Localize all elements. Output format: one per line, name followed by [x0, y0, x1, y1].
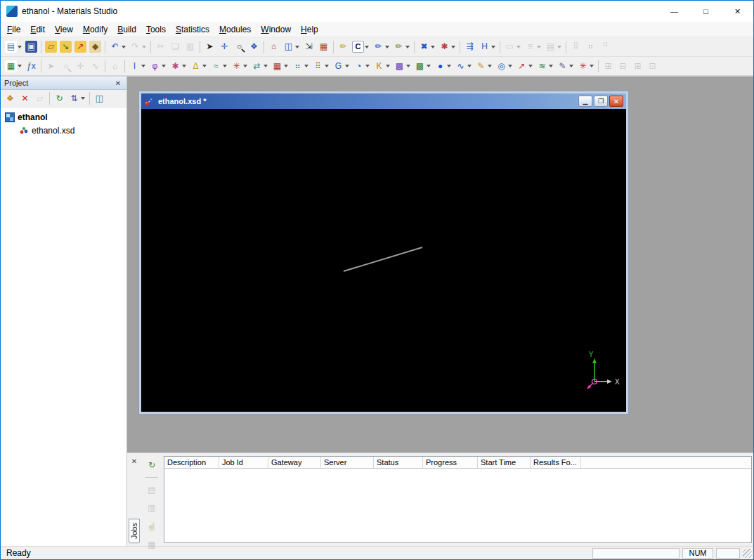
- wave-module-button[interactable]: ∿: [453, 58, 474, 74]
- color-cluster-module-button[interactable]: ⠿: [311, 58, 331, 74]
- label-button[interactable]: ▭: [502, 39, 523, 56]
- col-description[interactable]: Description: [164, 457, 219, 468]
- undo-button[interactable]: ↶: [108, 39, 128, 56]
- col-status[interactable]: Status: [374, 457, 423, 468]
- menu-build[interactable]: Build: [112, 22, 141, 37]
- red-table-module-button[interactable]: ▦: [270, 58, 290, 74]
- open-button[interactable]: ▱: [44, 39, 58, 56]
- dropdown-arrow-icon[interactable]: [121, 39, 126, 56]
- chart-translate-button[interactable]: ✛: [73, 58, 88, 74]
- modify-bond-button[interactable]: ✖: [417, 39, 437, 56]
- dropdown-arrow-icon[interactable]: [17, 39, 22, 56]
- viewport-canvas[interactable]: Y X: [141, 109, 626, 412]
- document-restore-button[interactable]: ❒: [594, 96, 608, 107]
- red-star-module-button[interactable]: ✳: [576, 58, 596, 74]
- col-progress[interactable]: Progress: [423, 457, 478, 468]
- 3d-viewport[interactable]: Y X: [141, 109, 626, 412]
- dropdown-arrow-icon[interactable]: [490, 39, 496, 56]
- cut-button[interactable]: ✂: [153, 39, 168, 56]
- fragment-cluster-button[interactable]: ✱: [168, 58, 188, 74]
- exchange-module-button[interactable]: ⇄: [249, 58, 270, 74]
- sketch-atom-button[interactable]: ✏: [336, 39, 351, 56]
- save-button[interactable]: ▣: [24, 39, 39, 56]
- tree-item-ethanol[interactable]: ethanol: [2, 110, 125, 124]
- redo-button[interactable]: ↷: [128, 39, 148, 56]
- clean-structure-button[interactable]: ⇶: [462, 39, 477, 56]
- layout-split-button[interactable]: ⊟: [616, 58, 630, 74]
- delete-item-button[interactable]: ✕: [18, 90, 32, 107]
- resize-grip[interactable]: [743, 549, 752, 558]
- menu-file[interactable]: File: [2, 22, 25, 37]
- sketch-fragment-button[interactable]: ✏: [391, 39, 412, 56]
- chart-select-button[interactable]: ➤: [44, 58, 58, 74]
- menu-statistics[interactable]: Statistics: [171, 22, 214, 37]
- dropdown-arrow-icon[interactable]: [141, 58, 146, 74]
- dropdown-arrow-icon[interactable]: [487, 58, 493, 74]
- dropdown-arrow-icon[interactable]: [589, 58, 594, 74]
- display-style-button[interactable]: ▦: [316, 39, 331, 56]
- chart-reset-button[interactable]: ⌂: [108, 58, 122, 74]
- rotation-mode-button[interactable]: ✛: [217, 39, 232, 56]
- document-titlebar[interactable]: ethanol.xsd * ▁ ❒ ✕: [141, 93, 626, 109]
- g-module-button[interactable]: G: [331, 58, 351, 74]
- dropdown-arrow-icon[interactable]: [364, 39, 370, 56]
- dropdown-arrow-icon[interactable]: [242, 58, 248, 74]
- server-console-button[interactable]: ▥: [145, 500, 160, 516]
- blue-ring-module-button[interactable]: ◎: [494, 58, 514, 74]
- mosaic-module-button[interactable]: ▩: [392, 58, 412, 74]
- dropdown-arrow-icon[interactable]: [467, 58, 472, 74]
- dropdown-arrow-icon[interactable]: [557, 39, 562, 56]
- menu-help[interactable]: Help: [296, 22, 323, 37]
- color-by-button[interactable]: ▤: [543, 39, 564, 56]
- tree-item-ethanol-xsd[interactable]: ethanol.xsd: [2, 124, 125, 137]
- kinetics-clock-button[interactable]: ◔: [351, 58, 372, 74]
- recenter-view-button[interactable]: ⌂: [266, 39, 281, 56]
- import-button[interactable]: ↘: [58, 39, 73, 56]
- dropdown-arrow-icon[interactable]: [202, 58, 207, 74]
- function-button[interactable]: ƒx: [24, 58, 39, 74]
- dropdown-arrow-icon[interactable]: [344, 58, 350, 74]
- project-close-button[interactable]: ✕: [113, 78, 123, 88]
- document-close-button[interactable]: ✕: [609, 96, 623, 107]
- dropdown-arrow-icon[interactable]: [528, 58, 533, 74]
- dropdown-arrow-icon[interactable]: [294, 39, 300, 56]
- dropdown-arrow-icon[interactable]: [568, 58, 574, 74]
- dropdown-arrow-icon[interactable]: [548, 58, 554, 74]
- open-item-button[interactable]: ▱: [32, 90, 47, 107]
- job-properties-button[interactable]: ▤: [145, 481, 160, 498]
- chart-zoom-button[interactable]: ○: [58, 58, 73, 74]
- layers-pen-module-button[interactable]: ✎: [474, 58, 494, 74]
- menu-tools[interactable]: Tools: [141, 22, 171, 37]
- col-start-time[interactable]: Start Time: [478, 457, 531, 468]
- jobs-tab[interactable]: Jobs: [129, 519, 140, 543]
- dropdown-arrow-icon[interactable]: [450, 39, 456, 56]
- dropdown-arrow-icon[interactable]: [304, 58, 309, 74]
- bond[interactable]: [344, 247, 422, 271]
- copy-button[interactable]: ❏: [168, 39, 183, 56]
- document-minimize-button[interactable]: ▁: [578, 96, 592, 107]
- sketch-bond-button[interactable]: ✏: [371, 39, 391, 56]
- dropdown-arrow-icon[interactable]: [405, 58, 411, 74]
- torsion-tool-button[interactable]: φ: [148, 58, 168, 74]
- menu-edit[interactable]: Edit: [25, 22, 50, 37]
- export-button[interactable]: ↗: [73, 39, 88, 56]
- dropdown-arrow-icon[interactable]: [181, 58, 187, 74]
- close-button[interactable]: ✕: [722, 1, 753, 22]
- chart-scale-axes-button[interactable]: ∿: [88, 58, 103, 74]
- red-cluster-module-button[interactable]: ✳: [229, 58, 249, 74]
- symmetry-button[interactable]: ⠶: [583, 39, 598, 56]
- style-button[interactable]: ≡: [523, 39, 543, 56]
- dropdown-arrow-icon[interactable]: [430, 39, 436, 56]
- save-project-button[interactable]: ◆: [88, 39, 103, 56]
- menu-view[interactable]: View: [50, 22, 78, 37]
- new-item-button[interactable]: ❖: [3, 90, 18, 107]
- blue-cluster-module-button[interactable]: ⠶: [290, 58, 311, 74]
- dropdown-arrow-icon[interactable]: [161, 58, 167, 74]
- adjust-atom-button[interactable]: ✱: [437, 39, 457, 56]
- layout-quad-button[interactable]: ⊞: [630, 58, 645, 74]
- measure-change-button[interactable]: I: [127, 58, 148, 74]
- maximize-button[interactable]: □: [690, 1, 722, 22]
- dropdown-arrow-icon[interactable]: [222, 58, 228, 74]
- dropdown-arrow-icon[interactable]: [365, 58, 370, 74]
- layout-wide-button[interactable]: ⊡: [645, 58, 660, 74]
